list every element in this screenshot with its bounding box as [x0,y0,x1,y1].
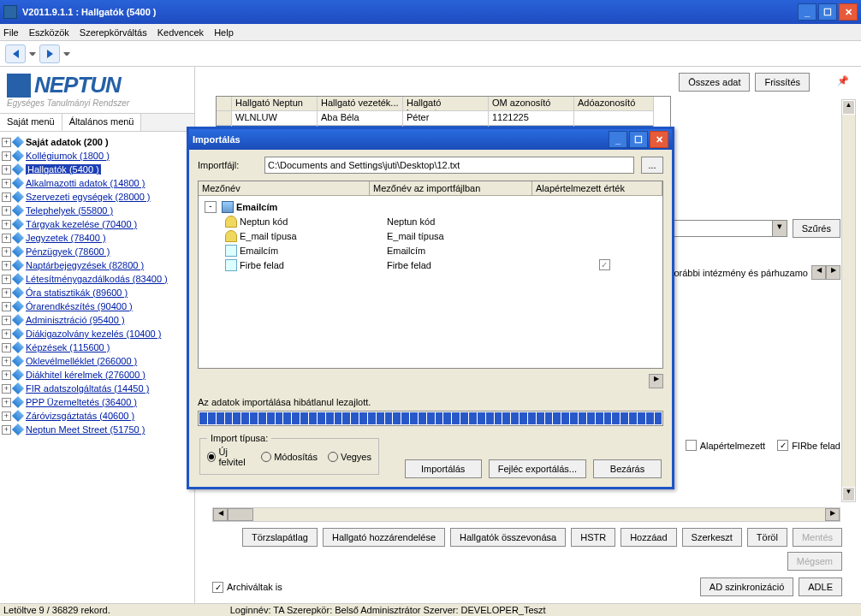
nav-tree[interactable]: +Saját adatok (200 )+Kollégiumok (1800 )… [0,132,194,603]
menu-tools[interactable]: Eszközök [29,27,69,38]
import-grid-header[interactable]: Mezőnév az importfájlban [370,181,532,196]
tree-item[interactable]: +Létesítménygazdálkodás (83400 ) [2,272,193,286]
grid-header[interactable]: OM azonosító [489,97,574,111]
tree-item[interactable]: +Szervezeti egységek (28000 ) [2,190,193,204]
archived-checkbox[interactable]: ✓Archiváltak is [212,578,282,596]
menu-fav[interactable]: Kedvencek [157,27,204,38]
expand-icon[interactable]: + [2,316,11,325]
back-dropdown-icon[interactable] [29,52,36,56]
torzslap-button[interactable]: Törzslapátlag [242,528,318,547]
import-row[interactable]: E_mail típusaE_mail típusa [202,228,659,243]
expand-icon[interactable]: + [2,370,11,380]
tree-item[interactable]: +Képzések (115600 ) [2,341,193,354]
forward-dropdown-icon[interactable] [63,52,70,56]
radio-modify[interactable]: Módosítás [261,452,318,462]
firbe-checkbox[interactable]: ✓FIRbe felad [777,440,840,451]
radio-mixed[interactable]: Vegyes [328,452,371,462]
scroll-down-icon[interactable]: ▼ [842,487,855,501]
dialog-minimize-button[interactable]: _ [609,131,627,148]
tree-item[interactable]: +Alkalmazotti adatok (14800 ) [2,176,193,190]
grid-header[interactable]: Hallgató vezeték... [318,97,403,111]
expand-icon[interactable]: + [2,151,11,161]
import-row[interactable]: EmailcímEmailcím [202,243,659,258]
scroll-right-icon[interactable]: ▶ [826,265,840,280]
expand-icon[interactable]: + [2,398,11,407]
ad-sync-button[interactable]: AD szinkronizáció [700,578,793,596]
import-file-input[interactable] [264,157,634,174]
tree-item[interactable]: +PPP Üzemeltetés (36400 ) [2,395,193,409]
import-row[interactable]: Firbe feladFirbe felad✓ [202,258,659,272]
tree-item[interactable]: +Saját adatok (200 ) [2,135,193,149]
close-dialog-button[interactable]: Bezárás [593,459,662,478]
grid-header[interactable]: Hallgató Neptun ... [232,97,318,111]
dialog-close-button[interactable]: ✕ [650,131,668,148]
tree-item[interactable]: +Hallgatók (5400 ) [2,163,193,176]
expand-icon[interactable]: + [2,165,11,175]
expand-icon[interactable]: + [2,179,11,188]
export-header-button[interactable]: Fejléc exportálás... [489,459,586,478]
tree-item[interactable]: +Naptárbejegyzések (82800 ) [2,258,193,272]
tab-general-menu[interactable]: Általános menü [62,114,142,131]
merge-students-button[interactable]: Hallgatók összevonása [450,528,566,547]
tree-item[interactable]: +Jegyzetek (78400 ) [2,231,193,245]
all-data-button[interactable]: Összes adat [679,73,750,92]
expand-icon[interactable]: + [2,247,11,257]
refresh-button[interactable]: Frissítés [755,73,810,92]
import-grid-header[interactable]: Mezőnév [199,181,370,196]
tree-item[interactable]: +Záróvizsgáztatás (40600 ) [2,409,193,423]
expand-icon[interactable]: + [2,138,11,147]
close-button[interactable]: ✕ [839,3,858,21]
add-button[interactable]: Hozzáad [621,528,676,547]
hstr-button[interactable]: HSTR [571,528,615,547]
import-grid-header[interactable]: Alapértelmezett érték [532,181,662,196]
tree-item[interactable]: +Óra statisztikák (89600 ) [2,286,193,299]
edit-button[interactable]: Szerkeszt [682,528,742,547]
expand-icon[interactable]: + [2,302,11,311]
menu-help[interactable]: Help [214,27,234,38]
expand-icon[interactable]: + [2,288,11,298]
tree-item[interactable]: +Diákhitel kérelmek (276000 ) [2,368,193,382]
filter-button[interactable]: Szűrés [793,219,840,238]
table-row[interactable]: WLNLUW Aba Béla Péter 1121225 [217,111,670,126]
collapse-icon[interactable]: - [205,201,217,213]
expand-icon[interactable]: + [2,206,11,216]
scroll-up-icon[interactable]: ▲ [842,100,855,115]
browse-button[interactable]: ... [641,157,663,174]
tree-item[interactable]: +Diákigazolvány kezelés (10400 ) [2,327,193,341]
tree-item[interactable]: +Telephelyek (55800 ) [2,204,193,217]
tree-item[interactable]: +Pénzügyek (78600 ) [2,245,193,258]
expand-icon[interactable]: + [2,343,11,352]
pin-icon[interactable]: 📌 [837,75,851,89]
vertical-scrollbar[interactable]: ▲ ▼ [841,99,856,502]
dialog-maximize-button[interactable]: ☐ [629,131,648,148]
radio-new[interactable]: Új felvitel [207,447,251,467]
expand-icon[interactable]: + [2,357,11,366]
hscroll-left-icon[interactable]: ◀ [213,508,228,521]
default-checkbox[interactable]: Alapértelmezett [686,440,765,451]
tree-item[interactable]: +Kollégiumok (1800 ) [2,149,193,163]
grid-scroll-right-icon[interactable]: ▶ [649,374,663,388]
expand-icon[interactable]: + [2,329,11,339]
expand-icon[interactable]: + [2,412,11,421]
assign-student-button[interactable]: Hallgató hozzárendelése [323,528,445,547]
forward-button[interactable] [39,44,60,63]
adle-button[interactable]: ADLE [799,578,842,596]
expand-icon[interactable]: + [2,234,11,243]
menu-role[interactable]: Szerepkörváltás [80,27,147,38]
scroll-left-icon[interactable]: ◀ [811,265,826,280]
expand-icon[interactable]: + [2,425,11,435]
expand-icon[interactable]: + [2,275,11,284]
tab-own-menu[interactable]: Saját menü [0,114,62,131]
delete-button[interactable]: Töröl [747,528,787,547]
expand-icon[interactable]: + [2,220,11,229]
menu-file[interactable]: File [3,27,19,38]
filter-dropdown[interactable]: ▾ [668,220,787,237]
tree-item[interactable]: +FIR adatszolgáltatás (14450 ) [2,382,193,395]
hscroll-right-icon[interactable]: ▶ [825,508,840,521]
tree-item[interactable]: +Oklevélmelléklet (266000 ) [2,354,193,368]
import-button[interactable]: Importálás [405,459,482,478]
tree-item[interactable]: +Adminisztráció (95400 ) [2,313,193,327]
hscroll-thumb[interactable] [228,508,253,521]
grid-header[interactable]: Adóazonosító [574,97,654,111]
import-mapping-grid[interactable]: Mezőnév Mezőnév az importfájlban Alapért… [198,181,663,369]
